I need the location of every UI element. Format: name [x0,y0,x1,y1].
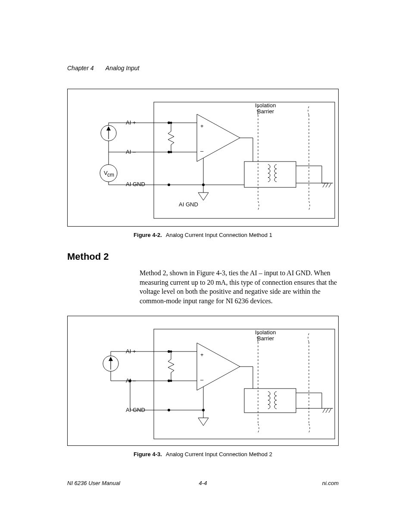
page-content: Chapter 4 Analog Input [67,65,339,470]
figure-4-2-label: Figure 4-2. [134,232,162,238]
figure-4-3-text: Analog Current Input Connection Method 2 [166,451,272,457]
label-ai-plus: AI + [126,119,136,126]
amp-plus-2: + [200,352,204,358]
svg-line-83 [326,408,328,413]
amp-plus: + [200,123,204,129]
svg-point-19 [170,122,172,124]
svg-point-20 [170,151,172,153]
label-ai-gnd: AI GND [126,181,145,187]
footer-page-number: 4-4 [199,480,207,486]
svg-rect-57 [154,329,335,439]
svg-line-42 [329,183,331,187]
chapter-title: Analog Input [106,65,140,72]
label-ai-minus-2: AI – [126,377,136,384]
svg-marker-75 [198,418,209,426]
svg-marker-21 [197,114,240,162]
figure-4-3-caption: Figure 4-3. Analog Current Input Connect… [67,451,339,457]
amp-minus-2: – [200,376,204,383]
svg-line-82 [323,408,325,413]
figure-4-3-label: Figure 4-3. [134,451,162,457]
svg-line-84 [329,408,331,413]
svg-point-66 [170,380,172,382]
running-header: Chapter 4 Analog Input [67,65,339,72]
svg-line-41 [326,183,328,187]
label-ai-plus-2: AI + [126,348,136,355]
svg-line-40 [323,183,325,187]
svg-marker-49 [109,357,113,361]
label-ai-minus: AI – [126,149,136,155]
svg-marker-67 [197,343,240,390]
section-heading-method-2: Method 2 [67,251,339,262]
label-barrier: Barrier [257,108,274,115]
figure-4-2-caption: Figure 4-2. Analog Current Input Connect… [67,232,339,238]
section-body: Method 2, shown in Figure 4-3, ties the … [140,268,338,305]
figure-4-2: AI + AI – AI GND AI GND V cm Isolation B… [67,89,339,227]
svg-marker-29 [198,193,209,200]
label-isolation: Isolation [255,102,276,109]
label-isolation-2: Isolation [255,329,276,336]
svg-point-65 [170,351,172,353]
label-ai-gnd2: AI GND [179,201,198,208]
footer-manual-title: NI 6236 User Manual [67,480,120,486]
figure-4-2-text: Analog Current Input Connection Method 1 [166,232,272,238]
label-barrier-2: Barrier [257,335,274,342]
footer-site: ni.com [322,480,339,486]
label-ai-gnd-2: AI GND [126,407,145,413]
amp-minus: – [200,148,204,154]
svg-marker-2 [106,126,111,131]
label-vcm-sub: cm [107,172,114,178]
svg-rect-70 [244,389,296,413]
circuit-diagram-1: AI + AI – AI GND AI GND V cm Isolation B… [68,89,338,226]
circuit-diagram-2: AI + AI – AI GND Isolation Barrier + – [68,316,338,445]
figure-4-3: AI + AI – AI GND Isolation Barrier + – [67,316,339,446]
chapter-label: Chapter 4 [67,65,93,72]
